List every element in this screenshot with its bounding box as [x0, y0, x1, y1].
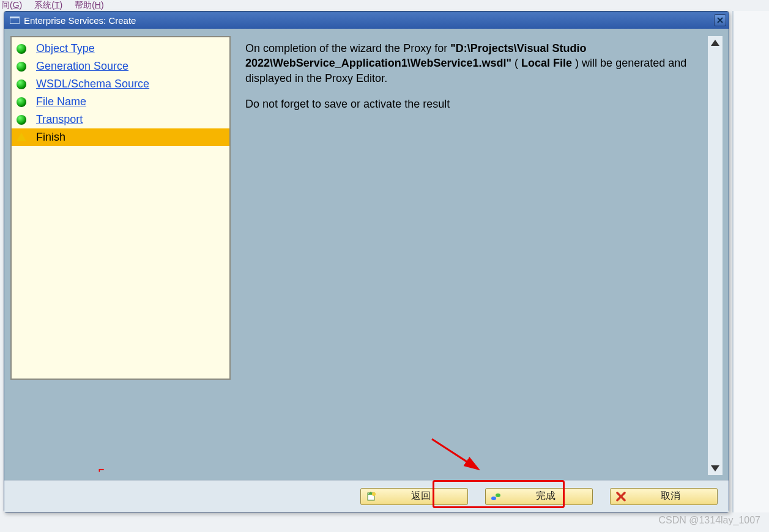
- button-bar: 返回 完成 取消: [4, 480, 729, 512]
- wizard-dialog: Enterprise Services: Create Object Type …: [4, 11, 729, 512]
- content-paragraph-1: On completion of the wizard the Proxy fo…: [245, 41, 702, 86]
- step-wsdl-schema-source[interactable]: WSDL/Schema Source: [12, 75, 229, 93]
- wizard-content: On completion of the wizard the Proxy fo…: [239, 36, 708, 475]
- close-button[interactable]: [714, 14, 726, 26]
- watermark: CSDN @1314lay_1007: [658, 515, 760, 526]
- step-finish[interactable]: Finish: [12, 128, 229, 146]
- svg-point-8: [496, 493, 500, 497]
- status-warning-icon: [17, 133, 26, 141]
- step-transport[interactable]: Transport: [12, 111, 229, 128]
- step-object-type[interactable]: Object Type: [12, 40, 229, 57]
- menu-item-2[interactable]: 系统(T): [34, 0, 62, 11]
- step-link[interactable]: WSDL/Schema Source: [36, 78, 149, 91]
- finish-icon: [491, 492, 502, 501]
- background-right-pane: [732, 11, 769, 512]
- status-done-icon: [17, 44, 26, 54]
- finish-button[interactable]: 完成: [485, 488, 593, 505]
- step-link[interactable]: Transport: [36, 113, 83, 126]
- cancel-icon: [615, 492, 626, 501]
- step-generation-source[interactable]: Generation Source: [12, 57, 229, 75]
- left-spacer: ⌐: [10, 380, 231, 475]
- step-file-name[interactable]: File Name: [12, 93, 229, 111]
- cancel-button[interactable]: 取消: [610, 488, 718, 505]
- back-button[interactable]: 返回: [360, 488, 468, 505]
- back-icon: [366, 492, 377, 501]
- menu-item-1[interactable]: 间(G): [1, 0, 22, 11]
- content-paragraph-2: Do not forget to save or activate the re…: [245, 97, 702, 111]
- scroll-up-icon[interactable]: [711, 40, 719, 46]
- step-label: Finish: [36, 131, 65, 144]
- menu-item-3[interactable]: 帮助(H): [75, 0, 103, 11]
- background-menu: 间(G) 系统(T) 帮助(H): [0, 0, 769, 11]
- content-scrollbar[interactable]: [708, 36, 723, 475]
- window-icon: [9, 16, 20, 24]
- svg-point-7: [491, 497, 496, 500]
- scroll-down-icon[interactable]: [711, 465, 719, 471]
- svg-rect-1: [10, 17, 20, 18]
- step-link[interactable]: Generation Source: [36, 60, 128, 73]
- status-done-icon: [17, 79, 26, 89]
- step-link[interactable]: Object Type: [36, 42, 95, 55]
- status-done-icon: [17, 97, 26, 107]
- status-done-icon: [17, 115, 26, 125]
- svg-point-6: [372, 492, 376, 496]
- titlebar: Enterprise Services: Create: [4, 12, 729, 29]
- dialog-title: Enterprise Services: Create: [24, 15, 714, 26]
- step-link[interactable]: File Name: [36, 95, 86, 108]
- status-done-icon: [17, 62, 26, 72]
- wizard-steps-panel: Object Type Generation Source WSDL/Schem…: [10, 36, 231, 380]
- caret-marker: ⌐: [98, 464, 104, 475]
